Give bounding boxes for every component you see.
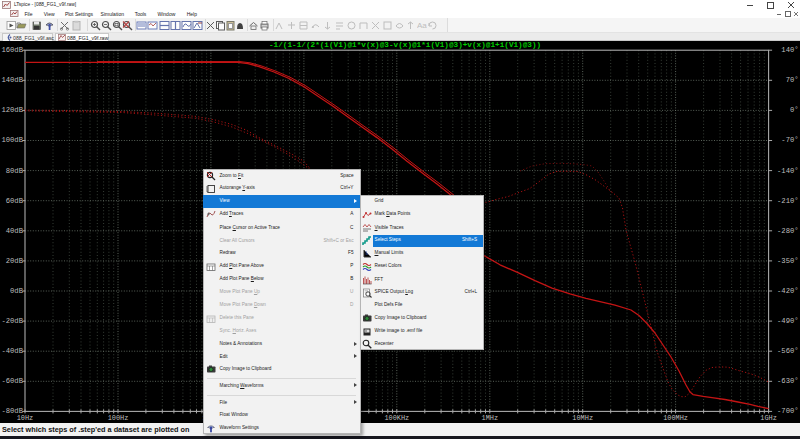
svg-text:Aa: Aa [417, 21, 427, 30]
